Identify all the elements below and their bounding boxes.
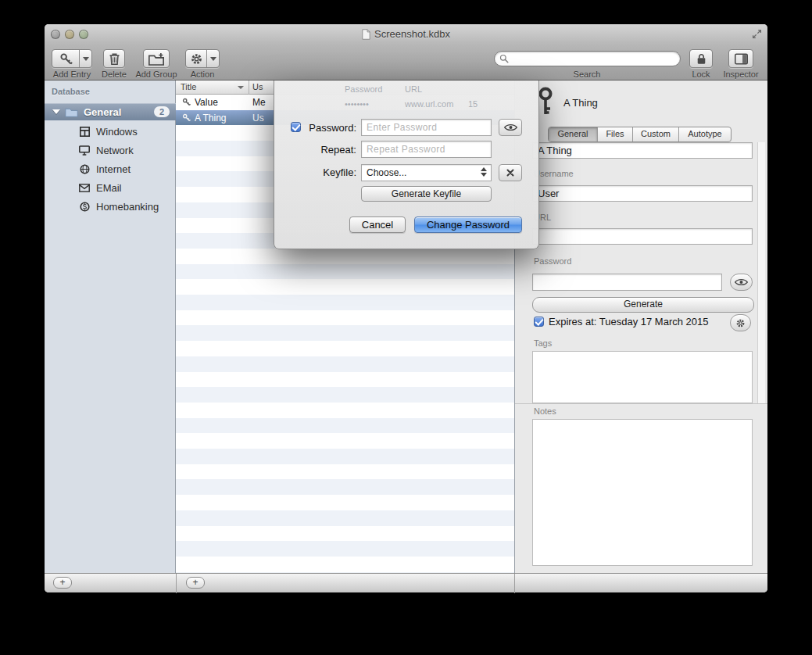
bottom-bar-divider: [514, 574, 515, 593]
search-field[interactable]: [494, 51, 681, 66]
action-dropdown[interactable]: [206, 50, 219, 67]
group-label: General: [84, 106, 154, 118]
expires-settings-button[interactable]: [730, 314, 751, 331]
disclosure-triangle-icon[interactable]: [52, 109, 60, 114]
coin-icon: [78, 202, 91, 212]
sort-indicator-icon: [238, 86, 244, 89]
column-header-title[interactable]: Title: [181, 82, 196, 91]
delete-button[interactable]: [103, 49, 125, 68]
sidebar-item-email[interactable]: EMail: [45, 178, 176, 197]
action-label: Action: [191, 70, 215, 79]
notes-label: Notes: [534, 406, 556, 416]
padlock-icon: [696, 53, 706, 65]
globe-icon: [78, 164, 91, 174]
notes-field[interactable]: [532, 419, 753, 566]
window-title: Screenshot.kdbx: [374, 28, 450, 40]
gear-icon: [735, 318, 746, 328]
inspector-entry-title: A Thing: [563, 97, 598, 109]
toolbar: Add Entry Delete Add Group Action: [45, 45, 767, 81]
network-icon: [78, 145, 91, 156]
tab-files[interactable]: Files: [597, 127, 632, 141]
sidebar-item-label: Network: [96, 145, 134, 156]
inspector-toggle-button[interactable]: [728, 49, 753, 68]
eye-icon: [735, 278, 748, 286]
sidebar-item-homebanking[interactable]: Homebanking: [45, 197, 176, 216]
sidebar-header: Database: [52, 87, 90, 96]
ghost-password-column-header: Password: [345, 84, 382, 94]
close-x-icon: [506, 169, 514, 177]
ghost-password-dots: ••••••••: [345, 99, 369, 109]
action-button[interactable]: [185, 49, 220, 68]
titlebar[interactable]: Screenshot.kdbx: [45, 24, 767, 45]
password-field[interactable]: [532, 274, 722, 291]
app-window: Screenshot.kdbx Add Entry Delete: [45, 24, 767, 592]
column-header-username[interactable]: Us: [252, 82, 263, 91]
inspector-tabs: General Files Custom Autotype: [548, 127, 732, 142]
tags-label: Tags: [534, 338, 552, 348]
cancel-button[interactable]: Cancel: [349, 217, 406, 233]
lock-label: Lock: [692, 70, 710, 79]
eye-icon: [504, 123, 517, 131]
folder-plus-icon: [148, 52, 164, 66]
section-divider: [515, 403, 767, 404]
search-icon: [499, 54, 509, 63]
entry-title-cell: Value: [195, 97, 246, 108]
url-field[interactable]: [532, 228, 753, 245]
inspector-label: Inspector: [723, 70, 758, 79]
keyfile-popup[interactable]: Choose...: [361, 164, 492, 181]
inspector-panel: A Thing General Files Custom Autotype Us…: [514, 81, 767, 573]
add-entry-dropdown[interactable]: [79, 50, 91, 67]
folder-icon: [65, 107, 78, 117]
sidebar-group-general[interactable]: General 2: [45, 103, 176, 120]
add-group-label: Add Group: [135, 70, 177, 79]
sidebar-item-internet[interactable]: Internet: [45, 159, 176, 178]
ghost-url-value: www.url.com: [405, 99, 453, 109]
add-entry-label: Add Entry: [53, 70, 91, 79]
inspector-scrollbar[interactable]: [757, 142, 765, 403]
generate-password-button[interactable]: Generate: [532, 297, 754, 313]
key-icon: [182, 98, 191, 106]
sidebar: Database General 2 Windows Network: [45, 81, 176, 573]
column-divider[interactable]: [249, 81, 249, 95]
lock-button[interactable]: [689, 49, 713, 68]
username-label: Username: [534, 169, 574, 178]
sidebar-item-label: EMail: [96, 182, 122, 194]
title-field[interactable]: [532, 142, 753, 159]
expires-text: Expires at: Tuesday 17 March 2015: [549, 316, 709, 328]
delete-label: Delete: [102, 70, 127, 79]
tab-autotype[interactable]: Autotype: [678, 127, 731, 141]
add-group-plus-button[interactable]: +: [53, 577, 72, 589]
search-input[interactable]: [512, 52, 675, 65]
sidebar-item-windows[interactable]: Windows: [45, 122, 176, 141]
group-count-badge: 2: [154, 106, 170, 117]
add-entry-plus-button[interactable]: +: [186, 577, 205, 589]
key-icon: [52, 50, 79, 67]
dialog-password-input[interactable]: [361, 119, 492, 136]
reveal-password-button[interactable]: [730, 274, 753, 291]
bottom-bar: + +: [45, 573, 767, 592]
change-password-button[interactable]: Change Password: [414, 217, 522, 233]
dialog-password-label: Password:: [298, 122, 356, 134]
dialog-repeat-input[interactable]: [361, 141, 492, 158]
ghost-modified-value: 15: [468, 99, 478, 109]
envelope-icon: [78, 184, 91, 192]
expires-checkbox[interactable]: [534, 317, 544, 327]
document-icon: [362, 29, 370, 40]
add-group-button[interactable]: [143, 49, 170, 68]
sidebar-item-network[interactable]: Network: [45, 141, 176, 159]
inspector-panel-icon: [735, 53, 748, 65]
add-entry-button[interactable]: [52, 49, 92, 68]
entry-title-cell: A Thing: [195, 113, 246, 123]
desktop: Screenshot.kdbx Add Entry Delete: [0, 0, 812, 655]
username-field[interactable]: [532, 185, 753, 202]
sidebar-item-label: Windows: [96, 126, 138, 138]
resize-icon[interactable]: [752, 29, 762, 39]
generate-keyfile-button[interactable]: Generate Keyfile: [361, 186, 492, 202]
bottom-bar-divider: [176, 574, 177, 593]
tags-field[interactable]: [532, 351, 753, 403]
gear-icon: [186, 50, 206, 67]
tab-custom[interactable]: Custom: [632, 127, 678, 141]
clear-keyfile-button[interactable]: [499, 164, 522, 181]
dialog-reveal-password-button[interactable]: [499, 119, 522, 136]
tab-general[interactable]: General: [549, 127, 597, 141]
